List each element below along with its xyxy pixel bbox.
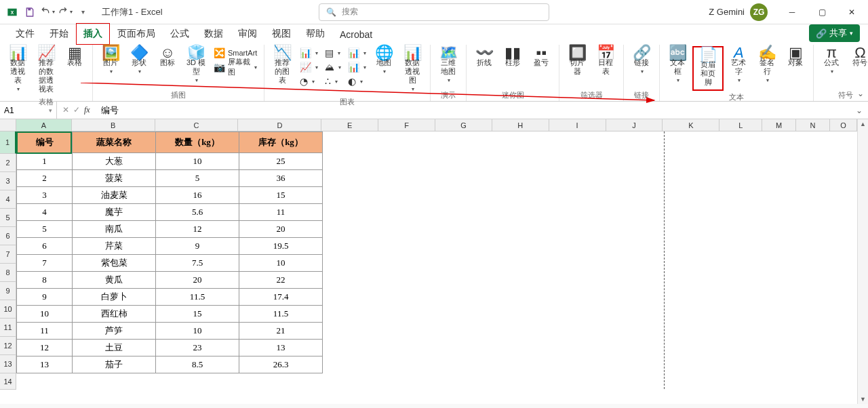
combo-chart-button[interactable]: 📊▾ [345, 60, 369, 74]
column-header-B[interactable]: B [72, 119, 155, 131]
screenshot-button[interactable]: 📷屏幕截图▾ [211, 60, 260, 74]
3dmodel-button[interactable]: 🧊3D 模型▾ [182, 46, 210, 87]
minimize-button[interactable]: ─ [778, 0, 806, 24]
tab-help[interactable]: 帮助 [298, 23, 332, 45]
column-header-C[interactable]: C [155, 119, 239, 131]
table-cell[interactable]: 36 [239, 170, 323, 187]
stock-chart-button[interactable]: 📊▾ [345, 46, 369, 60]
table-cell[interactable]: 5.6 [156, 204, 239, 221]
row-header-9[interactable]: 9 [0, 282, 16, 300]
spark-line-button[interactable]: 〰️折线 [471, 46, 498, 69]
table-cell[interactable]: 6 [17, 238, 73, 255]
row-header-14[interactable]: 14 [0, 373, 16, 390]
tab-data[interactable]: 数据 [197, 23, 231, 45]
bar-chart-button[interactable]: ▤▾ [322, 46, 344, 60]
row-header-7[interactable]: 7 [0, 245, 16, 264]
column-header-D[interactable]: D [238, 119, 321, 131]
share-button[interactable]: 🔗 共享 ▾ [809, 24, 860, 42]
tab-layout[interactable]: 页面布局 [110, 23, 163, 45]
pivot-table-button[interactable]: 📊数据透视表▾ [4, 46, 31, 96]
redo-button[interactable]: ▾ [57, 4, 73, 20]
table-cell[interactable]: 芹菜 [73, 238, 156, 255]
wordart-button[interactable]: A艺术字▾ [725, 46, 752, 91]
table-cell[interactable]: 菠菜 [73, 170, 156, 187]
collapse-ribbon-button[interactable]: ⌄ [857, 89, 864, 98]
undo-button[interactable]: ▾ [39, 4, 56, 20]
table-cell[interactable]: 10 [156, 323, 239, 340]
table-cell[interactable]: 南瓜 [73, 221, 156, 238]
table-cell[interactable]: 9 [17, 289, 73, 306]
line-chart-button[interactable]: 📈▾ [297, 60, 321, 74]
table-cell[interactable]: 10 [17, 306, 73, 323]
maximize-button[interactable]: ▢ [808, 0, 835, 24]
table-cell[interactable]: 大葱 [73, 153, 156, 170]
table-cell[interactable]: 11 [17, 323, 73, 340]
table-cell[interactable]: 10 [239, 255, 323, 272]
table-cell[interactable]: 15 [156, 306, 239, 323]
pictures-button[interactable]: 🖼️图片▾ [97, 46, 124, 87]
pivot-chart-button[interactable]: 📊数据透视图▾ [399, 46, 426, 96]
table-cell[interactable]: 23 [156, 340, 239, 356]
column-header-F[interactable]: F [378, 119, 435, 131]
table-header-cell[interactable]: 蔬菜名称 [73, 132, 156, 153]
table-cell[interactable]: 油麦菜 [73, 187, 156, 204]
spark-column-button[interactable]: ▮▮柱形 [499, 46, 526, 69]
user-account[interactable]: Z Gemini ZG [709, 3, 768, 21]
table-cell[interactable]: 魔芋 [73, 204, 156, 221]
recommended-pivot-button[interactable]: 📈推荐的数据透视表 [33, 46, 60, 96]
table-cell[interactable]: 11.5 [156, 289, 239, 306]
row-header-6[interactable]: 6 [0, 227, 16, 245]
row-header-4[interactable]: 4 [0, 190, 16, 209]
table-cell[interactable]: 10 [156, 153, 239, 170]
table-cell[interactable]: 3 [17, 187, 73, 204]
sigline-button[interactable]: ✍️签名行▾ [753, 46, 781, 91]
table-cell[interactable]: 1 [17, 153, 73, 170]
header-footer-button[interactable]: 📄页眉和页脚 [694, 48, 722, 89]
row-header-8[interactable]: 8 [0, 264, 16, 282]
vertical-scrollbar[interactable]: ▲ ▼ [857, 119, 868, 404]
formula-input[interactable]: 编号 [96, 104, 850, 117]
table-cell[interactable]: 11 [239, 204, 323, 221]
table-cell[interactable]: 12 [17, 340, 73, 356]
tab-acrobat[interactable]: Acrobat [332, 24, 380, 45]
table-cell[interactable]: 土豆 [73, 340, 156, 356]
table-cell[interactable]: 5 [156, 170, 239, 187]
table-cell[interactable]: 13 [17, 356, 73, 373]
column-header-E[interactable]: E [321, 119, 378, 131]
table-cell[interactable]: 8.5 [156, 356, 239, 373]
data-table[interactable]: 编号蔬菜名称数量（kg）库存（kg）1大葱10252菠菜5363油麦菜16154… [16, 131, 323, 373]
column-header-M[interactable]: M [762, 119, 796, 131]
table-cell[interactable]: 20 [156, 272, 239, 289]
shapes-button[interactable]: 🔷形状▾ [125, 46, 153, 87]
table-cell[interactable]: 25 [239, 153, 323, 170]
table-cell[interactable]: 4 [17, 204, 73, 221]
table-cell[interactable]: 13 [239, 340, 323, 356]
column-header-K[interactable]: K [663, 119, 719, 131]
column-header-L[interactable]: L [719, 119, 762, 131]
table-cell[interactable]: 西红柿 [73, 306, 156, 323]
select-all-corner[interactable] [0, 119, 16, 131]
table-cell[interactable]: 17.4 [239, 289, 323, 306]
table-cell[interactable]: 2 [17, 170, 73, 187]
more-chart-button[interactable]: ◐▾ [345, 75, 369, 88]
table-cell[interactable]: 26.3 [239, 356, 323, 373]
search-box[interactable]: 🔍 搜索 [319, 3, 549, 21]
scroll-down-icon[interactable]: ▼ [859, 394, 867, 404]
rec-chart-button[interactable]: 📉推荐的图表 [269, 46, 296, 96]
symbol-button[interactable]: Ω符号 [846, 46, 868, 78]
qat-customize[interactable]: ▾ [75, 4, 91, 20]
tab-home[interactable]: 开始 [42, 23, 76, 45]
object-button[interactable]: ▣对象 [782, 46, 809, 91]
table-cell[interactable]: 白萝卜 [73, 289, 156, 306]
row-header-1[interactable]: 1 [0, 131, 16, 154]
row-header-2[interactable]: 2 [0, 154, 16, 172]
spark-winloss-button[interactable]: ▪▪盈亏 [528, 46, 555, 69]
table-cell[interactable]: 7 [17, 255, 73, 272]
column-header-H[interactable]: H [492, 119, 549, 131]
fx-icon[interactable]: fx [84, 105, 90, 115]
formula-expand-button[interactable]: ⌄ [850, 106, 868, 115]
slicer-button[interactable]: 🔲切片器 [564, 46, 591, 78]
table-cell[interactable]: 16 [156, 187, 239, 204]
table-cell[interactable]: 15 [239, 187, 323, 204]
table-cell[interactable]: 7.5 [156, 255, 239, 272]
